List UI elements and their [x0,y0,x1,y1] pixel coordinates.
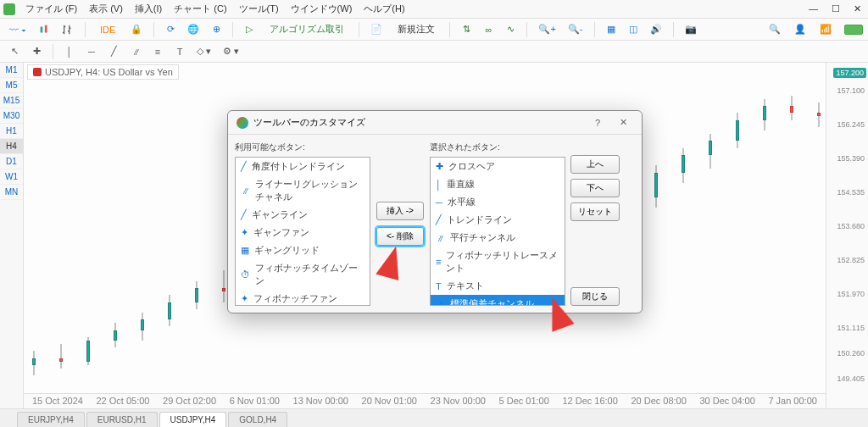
timeframe-M30[interactable]: M30 [0,108,23,124]
chart-tab[interactable]: GOLD,H4 [228,412,287,427]
timeframe-MN[interactable]: MN [0,185,23,200]
close-button[interactable]: 閉じる [570,287,620,306]
dialog-help-icon[interactable]: ? [587,114,608,131]
vertical-line-icon[interactable]: │ [60,42,79,61]
channel-icon[interactable]: ⫽ [126,42,145,61]
menu-insert[interactable]: 挿入(I) [130,1,167,17]
selected-item[interactable]: ─水平線 [431,193,565,211]
new-order-button[interactable]: 新規注文 [390,20,442,39]
camera-icon[interactable]: 📷 [681,20,701,39]
menu-tools[interactable]: ツール(T) [234,1,284,17]
indicator2-icon[interactable]: ∞ [479,20,498,39]
connection-icon[interactable]: 📶 [815,20,836,39]
timeframe-W1[interactable]: W1 [0,169,23,185]
available-listbox[interactable]: ╱角度付トレンドライン⫽ライナーリグレッションチャネル╱ギャンライン✦ギャンファ… [235,157,370,306]
timeframe-M5[interactable]: M5 [0,78,23,93]
menu-window[interactable]: ウインドウ(W) [286,1,358,17]
chart-type-candles-icon[interactable] [34,20,54,39]
zoom-out-icon[interactable]: 🔍- [564,20,587,39]
dialog-close-icon[interactable]: ✕ [613,114,633,131]
available-item[interactable]: ⏱フィボナッチタイムゾーン [236,259,370,290]
app-logo-icon [3,3,15,15]
available-item[interactable]: ✦ギャンファン [236,224,370,241]
selected-item[interactable]: ≡フィボナッチリトレースメント [431,247,565,277]
available-item[interactable]: ╱角度付トレンドライン [236,158,370,175]
layout-icon[interactable]: ◫ [624,20,643,39]
selected-listbox[interactable]: ✚クロスヘア│垂直線─水平線╱トレンドライン⫽平行チャンネル≡フィボナッチリトレ… [430,157,565,306]
tool-label: ライナーリグレッションチャネル [255,178,364,203]
target-icon[interactable]: ⊕ [207,20,225,39]
chart-flag-icon [33,68,42,76]
menu-chart[interactable]: チャート (C) [169,1,231,17]
up-button[interactable]: 上へ [570,155,620,174]
x-tick: 29 Oct 02:00 [163,396,216,407]
new-order-icon[interactable]: 📄 [366,20,387,39]
indicator3-icon[interactable]: ∿ [501,20,520,39]
trendline-icon[interactable]: ╱ [104,42,123,61]
available-item[interactable]: ✦フィボナッチファン [236,290,370,306]
x-tick: 7 Jan 00:00 [768,396,817,407]
tool-label: フィボナッチファン [253,292,337,305]
globe-icon[interactable]: 🌐 [183,20,203,39]
selected-label: 選択されたボタン: [430,141,565,153]
menu-view[interactable]: 表示 (V) [84,1,128,17]
refresh-icon[interactable]: ⟳ [161,20,180,39]
selected-item[interactable]: ⫽平行チャンネル [431,229,565,247]
x-tick: 23 Nov 00:00 [431,396,486,407]
objects-icon[interactable]: ⚙ ▾ [219,42,243,61]
down-button[interactable]: 下へ [570,179,620,197]
delete-button[interactable]: <- 削除 [376,227,424,246]
tool-label: クロスヘア [448,160,495,173]
crosshair-icon[interactable]: ✚ [27,42,46,61]
window-minimize-icon[interactable]: — [805,2,821,16]
zoom-in-icon[interactable]: 🔍+ [534,20,559,39]
window-close-icon[interactable]: ✕ [850,2,865,16]
horizontal-line-icon[interactable]: ─ [82,42,101,61]
grid-icon[interactable]: ▦ [602,20,620,39]
timeframe-H4[interactable]: H4 [0,139,23,154]
ide-button[interactable]: IDE [92,20,123,39]
tool-icon: T [436,281,442,291]
text-icon[interactable]: T [170,42,189,61]
available-item[interactable]: ▦ギャングリッド [236,241,370,259]
tool-label: トレンドライン [447,214,512,226]
y-tick: 151.970 [837,290,865,298]
timeframe-M1[interactable]: M1 [0,63,23,78]
reset-button[interactable]: リセット [570,202,620,221]
window-maximize-icon[interactable]: ☐ [828,2,843,16]
timeframe-D1[interactable]: D1 [0,154,23,169]
available-item[interactable]: ⫽ライナーリグレッションチャネル [236,175,370,206]
selected-item[interactable]: ╱トレンドライン [431,211,565,229]
sound-icon[interactable]: 🔊 [646,20,666,39]
play-icon[interactable]: ▷ [240,20,259,39]
user-icon[interactable]: 👤 [790,20,810,39]
chart-tab[interactable]: USDJPY,H4 [159,412,227,427]
indicator1-icon[interactable]: ⇅ [457,20,476,39]
timeframe-H1[interactable]: H1 [0,124,23,139]
svg-rect-1 [45,25,47,32]
cursor-icon[interactable]: ↖ [5,42,24,61]
chart-type-bars-icon[interactable] [58,20,78,39]
tool-label: 平行チャンネル [450,231,515,244]
menu-help[interactable]: ヘルプ(H) [359,1,409,17]
dialog-titlebar[interactable]: ツールバーのカスタマイズ ? ✕ [228,111,642,135]
tool-icon: ╱ [241,209,247,220]
available-item[interactable]: ╱ギャンライン [236,206,370,224]
insert-button[interactable]: 挿入 -> [376,202,424,220]
selected-item[interactable]: │垂直線 [431,175,565,193]
fibo-icon[interactable]: ≡ [148,42,167,61]
menu-file[interactable]: ファイル (F) [20,1,82,17]
chart-tab[interactable]: EURUSD,H1 [86,412,158,427]
search-icon[interactable]: 🔍 [765,20,785,39]
shapes-icon[interactable]: ◇ ▾ [192,42,215,61]
chart-title: USDJPY, H4: US Dollar vs Yen [45,67,173,77]
algo-trading-button[interactable]: アルゴリズム取引 [262,20,352,39]
selected-item[interactable]: ✚クロスヘア [431,158,565,175]
x-tick: 22 Oct 05:00 [97,396,150,407]
chart-type-line-icon[interactable]: 〰 ▾ [5,20,31,39]
lock-icon[interactable]: 🔒 [126,20,147,39]
selected-item[interactable]: Tテキスト [431,277,565,295]
chart-tab[interactable]: EURJPY,H4 [17,412,85,427]
timeframe-M15[interactable]: M15 [0,93,23,108]
tool-icon: ✦ [241,227,248,238]
